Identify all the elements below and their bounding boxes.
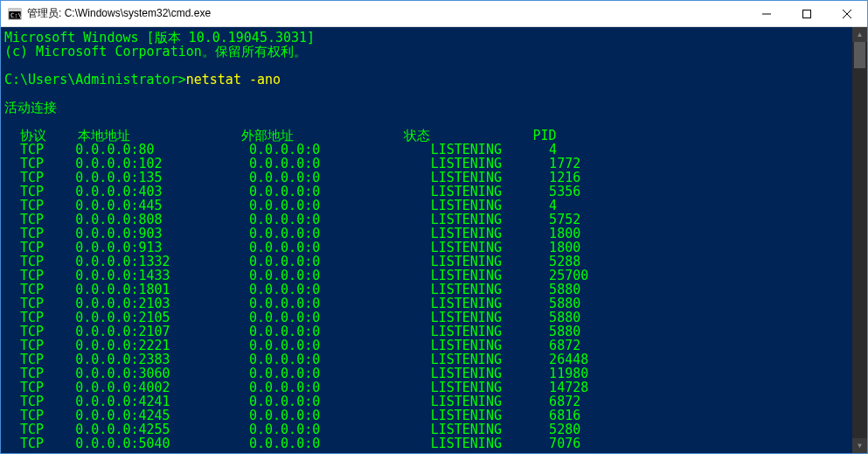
svg-text:C:\: C:\ bbox=[10, 12, 22, 19]
titlebar[interactable]: C:\ 管理员: C:\Windows\system32\cmd.exe bbox=[1, 1, 867, 27]
scroll-track[interactable] bbox=[852, 42, 867, 438]
terminal-output[interactable]: Microsoft Windows [版本 10.0.19045.3031] (… bbox=[1, 27, 852, 453]
scroll-thumb[interactable] bbox=[854, 42, 865, 68]
close-button[interactable] bbox=[827, 1, 867, 26]
scroll-down-arrow[interactable]: ▼ bbox=[852, 438, 867, 453]
scroll-up-arrow[interactable]: ▲ bbox=[852, 27, 867, 42]
window-title: 管理员: C:\Windows\system32\cmd.exe bbox=[27, 6, 746, 21]
terminal-area: Microsoft Windows [版本 10.0.19045.3031] (… bbox=[1, 27, 867, 453]
vertical-scrollbar[interactable]: ▲ ▼ bbox=[852, 27, 867, 453]
svg-rect-4 bbox=[803, 10, 811, 17]
cmd-window: C:\ 管理员: C:\Windows\system32\cmd.exe Mic… bbox=[0, 0, 868, 454]
maximize-button[interactable] bbox=[787, 1, 827, 26]
window-controls bbox=[746, 1, 867, 26]
cmd-icon: C:\ bbox=[8, 7, 22, 21]
svg-rect-1 bbox=[9, 9, 21, 11]
minimize-button[interactable] bbox=[746, 1, 787, 26]
